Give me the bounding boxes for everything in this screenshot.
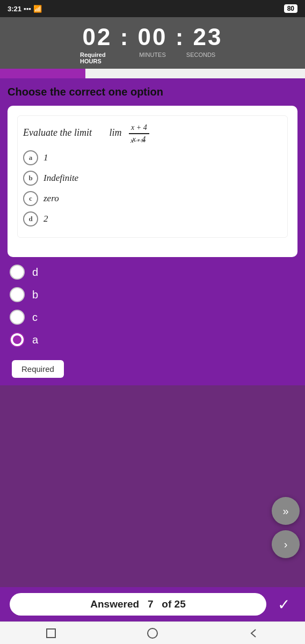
status-bar: 3:21 ▪▪▪ 📶 80 (0, 0, 305, 17)
back-icon (248, 627, 260, 639)
option-text-d: 2 (43, 214, 48, 224)
option-row-b: b Indefinite (23, 171, 282, 186)
float-buttons: » › (272, 497, 300, 558)
timer-seconds: 23 (193, 24, 223, 50)
timer-display: 02 : 00 : 23 (0, 24, 305, 50)
status-left: 3:21 ▪▪▪ 📶 (8, 5, 42, 13)
required-button[interactable]: Required (12, 360, 64, 378)
square-icon (45, 627, 57, 639)
question-image-area: Evaluate the limit lim x + 4 x - 4 x→∞ a… (17, 115, 288, 238)
minutes-label: MINUTES (128, 52, 177, 64)
numerator: x + 4 (129, 123, 149, 134)
answered-prefix: Answered (90, 598, 139, 610)
answered-pill: Answered 7 of 25 (10, 593, 266, 616)
timer-colon2: : (176, 24, 193, 50)
bottom-bar: Answered 7 of 25 ✓ (0, 587, 305, 621)
progress-bar (0, 69, 85, 78)
option-circle-d: d (23, 211, 38, 226)
nav-back-button[interactable] (244, 624, 264, 643)
option-text-a: 1 (43, 152, 48, 163)
radio-b[interactable] (10, 287, 25, 302)
required-label: Required HOURS (80, 52, 128, 64)
answer-option-a[interactable]: a (10, 332, 295, 347)
section-title: Choose the correct one option (8, 86, 297, 98)
timer-section: 02 : 00 : 23 Required HOURS MINUTES SECO… (0, 17, 305, 69)
answer-label-b: b (32, 289, 38, 301)
radio-a[interactable] (10, 332, 25, 347)
question-card: Evaluate the limit lim x + 4 x - 4 x→∞ a… (8, 106, 297, 257)
double-chevron-icon: » (282, 505, 288, 517)
chevron-button[interactable]: › (272, 530, 300, 558)
option-circle-b: b (23, 171, 38, 186)
answer-label-d: d (32, 266, 38, 279)
option-text-b: Indefinite (43, 173, 78, 184)
answer-label-a: a (32, 334, 38, 346)
answered-suffix: of 25 (162, 598, 185, 610)
check-icon: ✓ (278, 596, 290, 613)
timer-labels: Required HOURS MINUTES SECONDS (0, 52, 305, 64)
answer-option-c[interactable]: c (10, 310, 295, 325)
answered-count: 7 (148, 598, 154, 610)
radio-c[interactable] (10, 310, 25, 325)
check-button[interactable]: ✓ (272, 592, 295, 616)
radio-d[interactable] (10, 265, 25, 280)
signal-icon: ▪▪▪ (24, 5, 31, 13)
option-circle-c: c (23, 191, 38, 206)
chevron-icon: › (284, 538, 288, 551)
answer-options: d b c a Required (8, 265, 297, 378)
battery-display: 80 (284, 4, 297, 13)
option-row-d: d 2 (23, 211, 282, 226)
circle-icon (146, 627, 159, 640)
answer-option-b[interactable]: b (10, 287, 295, 302)
svg-point-1 (148, 628, 157, 638)
option-text-c: zero (43, 193, 59, 204)
lim-subscript: x→∞ (130, 136, 282, 145)
wifi-icon: 📶 (33, 5, 42, 13)
option-circle-a: a (23, 150, 38, 165)
progress-section (0, 69, 305, 78)
option-row-c: c zero (23, 191, 282, 206)
answer-option-d[interactable]: d (10, 265, 295, 280)
time-display: 3:21 (8, 5, 21, 13)
timer-minutes: 00 (138, 24, 168, 50)
timer-colon1: : (120, 24, 138, 50)
timer-hours: 02 (82, 24, 112, 50)
main-content: Choose the correct one option Evaluate t… (0, 78, 305, 385)
answer-label-c: c (32, 311, 38, 324)
option-row-a: a 1 (23, 150, 282, 165)
double-chevron-button[interactable]: » (272, 497, 300, 525)
seconds-label: SECONDS (177, 52, 225, 64)
nav-square-button[interactable] (41, 624, 61, 643)
nav-home-button[interactable] (143, 624, 162, 643)
nav-bar (0, 621, 305, 644)
radio-inner-a (13, 335, 21, 344)
svg-rect-0 (47, 629, 55, 638)
